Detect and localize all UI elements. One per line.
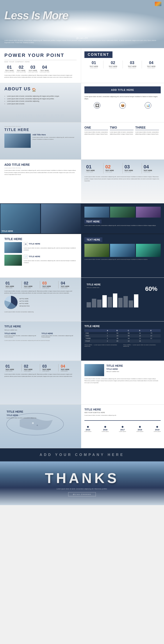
tp-year-2016: 2016 bbox=[102, 428, 109, 431]
add-image-box bbox=[4, 134, 31, 148]
s7-icon-row-2: 📄 TITLE HERE bbox=[24, 255, 77, 259]
s8-lorem: Lorem ipsum dolor sit amet, consectetur … bbox=[4, 290, 77, 294]
s8-num-04: 04 TEXT HERE Lorem ipsum bbox=[60, 281, 77, 288]
bar-1 bbox=[87, 302, 91, 308]
col-header-d: D bbox=[138, 329, 149, 332]
power-lorem: Lorem ipsum dolor sit amet, consectetur … bbox=[4, 74, 76, 78]
s7-img-1 bbox=[4, 242, 22, 253]
slide-10-left-panel: 01 TEXT HERE Lorem ipsum 02 TEXT HERE Lo… bbox=[0, 361, 81, 404]
bar-10 bbox=[134, 294, 138, 308]
thanks-button[interactable]: @Lian-ZHHHHH bbox=[68, 492, 96, 496]
lorem-text: Lorem ipsum dolor sit amet, consectetur … bbox=[32, 136, 77, 140]
slide-about-us: ABOUT US 🏠 Lorem ipsum dolor sit amet, c… bbox=[0, 83, 164, 122]
thanks-title: THANKS bbox=[45, 470, 119, 486]
tp-text-2019: Lorem ipsum bbox=[154, 431, 161, 432]
s7r-lorem: Lorem ipsum dolor sit amet, consectetur … bbox=[85, 259, 161, 260]
about-list: Lorem ipsum dolor sit amet, consectetur … bbox=[4, 95, 77, 105]
cell-2c: 55 bbox=[127, 334, 138, 337]
col-header-c: C bbox=[127, 329, 138, 332]
company-text: ADD YOUR COMPANY HERE bbox=[40, 453, 125, 457]
cell-1a: 1 bbox=[106, 332, 116, 334]
about-item-3: Lorem ipsum dolor sit amet, consectetur … bbox=[7, 100, 77, 102]
nc-num-02: 02 bbox=[105, 164, 121, 170]
content-header: CONTENT bbox=[85, 52, 113, 58]
tp-year-2019: 2019 bbox=[154, 428, 161, 431]
s8-n01: 01 bbox=[6, 281, 20, 286]
cell-2e: 47 bbox=[149, 334, 161, 337]
tp-dot-2015 bbox=[87, 426, 89, 428]
cell-4b: 69 bbox=[116, 340, 127, 342]
bar-6 bbox=[113, 294, 117, 308]
s8-pie-lorem: Lorem ipsum dolor sit amet consectetur a… bbox=[4, 311, 77, 312]
s10-s03: Lorem ipsum bbox=[42, 370, 57, 372]
s8-n03: 03 bbox=[42, 281, 57, 286]
col-one: ONE Lorem ipsum dolor sit amet, consecte… bbox=[85, 126, 110, 135]
thumb-2 bbox=[110, 207, 135, 218]
cell-one: ONE bbox=[85, 332, 106, 334]
slide-title-one-two-three: Lorem ipsum Dolor Sit Amet TITLE HERE Ad… bbox=[0, 122, 164, 160]
add-title-lorem: Lorem ipsum dolor sit amet, consectetur … bbox=[4, 170, 77, 176]
s10-sub-title: TITLE HERE bbox=[106, 368, 123, 370]
nc-sub-03: Lorem ipsum bbox=[125, 171, 140, 172]
nc-label-01: TEXT HERE bbox=[86, 170, 102, 171]
s10-title-block: TITLE HERE TITLE HERE Add your subtitle … bbox=[106, 364, 123, 376]
hero-description: Lorem ipsum dolor sit amet, consectetuer… bbox=[4, 39, 158, 44]
s7-icon-row: ✉ TITLE HERE bbox=[24, 242, 77, 246]
about-item-4: Lorem ipsum dolor sit amet. bbox=[7, 102, 77, 105]
thumb-1 bbox=[85, 207, 109, 218]
s8-n02: 02 bbox=[24, 281, 39, 286]
content-col-4: 04 TEXT HERE Lorem ipsum bbox=[142, 60, 161, 68]
cell-4d: 40 bbox=[138, 340, 149, 342]
pie-chart bbox=[4, 296, 18, 309]
sub-03: Lorem ipsum dolor bbox=[28, 71, 38, 72]
heading-two: TWO bbox=[110, 126, 133, 130]
thanks-sub: Lorem ipsum dolor sit amet, consectetur … bbox=[57, 488, 107, 490]
s8-s03: Lorem ipsum bbox=[42, 287, 57, 288]
slide-title-text-panels: TITLE HERE ✉ TITLE HERE Lorem ipsum dolo… bbox=[0, 234, 164, 278]
sub-02: Lorem ipsum dolor bbox=[16, 71, 26, 72]
tp-2019: 2019 Lorem ipsum bbox=[154, 425, 161, 432]
s10-num-01: 01 TEXT HERE Lorem ipsum bbox=[4, 364, 22, 372]
s10-l01: TEXT HERE bbox=[6, 369, 20, 370]
nc-label-03: TEXT HERE bbox=[125, 170, 140, 171]
bar-7 bbox=[118, 298, 123, 308]
s8-numbered-row: 01 TEXT HERE Lorem ipsum 02 TEXT HERE Lo… bbox=[4, 281, 77, 288]
tp-dot-2019 bbox=[156, 426, 158, 428]
col-header-0 bbox=[85, 329, 106, 332]
bar-9 bbox=[129, 300, 133, 308]
s8-s02: Lorem ipsum bbox=[24, 287, 39, 288]
content-label-01: TEXT HERE bbox=[86, 66, 102, 67]
tp-2018: 2018 Lorem ipsum bbox=[136, 425, 143, 432]
nc-sub-01: Lorem ipsum bbox=[86, 171, 102, 172]
s8-l01: TEXT HERE bbox=[6, 286, 20, 287]
s8-s04: Lorem ipsum bbox=[61, 287, 76, 288]
text-two: Lorem ipsum dolor sit amet, consectetur … bbox=[110, 131, 133, 135]
slide-9-left-panel: TITLE HERE Add your subtitle here TITLE … bbox=[0, 322, 81, 360]
tp-text-2016: Lorem ipsum bbox=[102, 431, 109, 432]
cell-3e: 57 bbox=[149, 337, 161, 340]
cell-2b: 34 bbox=[116, 334, 127, 337]
bar-3 bbox=[97, 300, 102, 308]
about-icon: 🏠 bbox=[32, 88, 36, 92]
chart-area: TITLE HERE Add your subtitle here 60% bbox=[85, 281, 161, 310]
s9-left-title: TITLE HERE bbox=[4, 325, 77, 328]
text-three: Lorem ipsum dolor sit amet, consectetur … bbox=[135, 131, 159, 135]
slide-6-right-panel: TEXT HERE Lorem ipsum dolor sit amet, co… bbox=[81, 203, 164, 234]
slide-numbered-chart: 01 TEXT HERE Lorem ipsum 02 TEXT HERE Lo… bbox=[0, 278, 164, 322]
slide-numbered-title-table: 01 TEXT HERE Lorem ipsum 02 TEXT HERE Lo… bbox=[0, 361, 164, 404]
numbered-cols: 01 TEXT HERE Lorem ipsum 02 TEXT HERE Lo… bbox=[85, 163, 161, 174]
tp-2017: 2017 Lorem ipsum bbox=[119, 425, 126, 432]
text-here-dark: TEXT HERE bbox=[85, 237, 102, 242]
content-cols: 01 TEXT HERE Lorem ipsum 02 TEXT HERE Lo… bbox=[85, 60, 161, 68]
label-02: TEXT HERE bbox=[16, 70, 26, 71]
content-num-03: 03 bbox=[124, 60, 140, 65]
s10-num-03: 03 TEXT HERE Lorem ipsum bbox=[41, 364, 58, 372]
cell-3c: 44 bbox=[127, 337, 138, 340]
s9-title-2: TITLE HERE bbox=[41, 332, 77, 334]
add-title-label: Lorem ipsum Dolor Sit Amet bbox=[4, 167, 77, 168]
content-col-3: 03 TEXT HERE Lorem ipsum bbox=[123, 60, 142, 68]
s7-img-2 bbox=[4, 255, 22, 266]
add-title-here: Add Title Here bbox=[32, 134, 77, 136]
s8-l04: TEXT HERE bbox=[61, 286, 76, 287]
cell-2a: 2 bbox=[106, 334, 116, 337]
